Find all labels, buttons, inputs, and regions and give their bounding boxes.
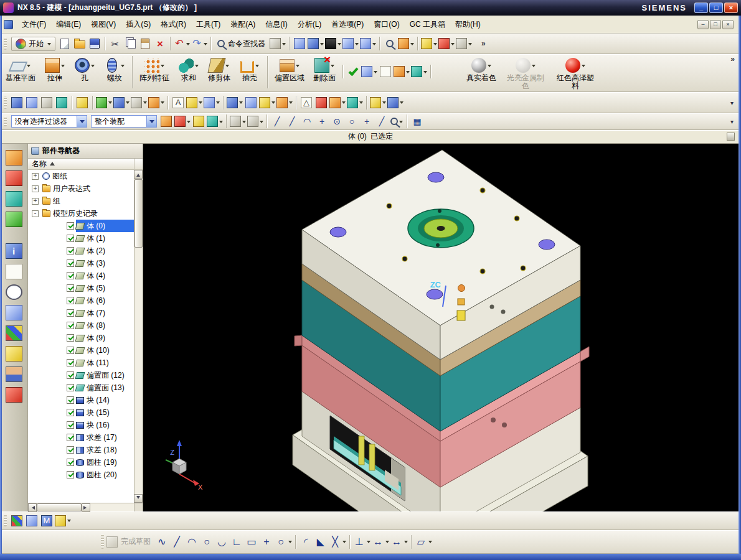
checkbox-icon[interactable]	[67, 446, 74, 454]
highlight-selection-button[interactable]	[206, 113, 224, 129]
scroll-up-button[interactable]	[134, 170, 143, 179]
tree-item[interactable]: 圆柱 (19)	[28, 456, 135, 469]
checkbox-icon[interactable]	[67, 322, 74, 329]
window-layout-button[interactable]	[292, 35, 307, 52]
format-button[interactable]	[410, 63, 428, 80]
chamfer-button[interactable]: ◣	[313, 534, 328, 550]
mdi-minimize-button[interactable]: –	[697, 20, 709, 29]
tree-item[interactable]: 体 (7)	[28, 307, 135, 319]
dropdown-arrow-icon[interactable]	[488, 65, 491, 69]
note-tag-marker[interactable]	[457, 310, 465, 320]
quick-trim-button[interactable]: ╳	[328, 534, 347, 550]
edit-object-display-button[interactable]	[9, 95, 24, 111]
tree-item[interactable]: 圆柱 (20)	[28, 469, 135, 481]
dropdown-arrow-icon[interactable]	[410, 43, 414, 47]
window-border-bottom[interactable]	[0, 554, 741, 560]
view-orientation-button[interactable]	[307, 35, 324, 52]
dropdown-arrow-icon[interactable]	[204, 43, 207, 47]
tree-item[interactable]: 体 (8)	[28, 319, 135, 332]
checkbox-icon[interactable]	[67, 247, 74, 254]
profile-button[interactable]: ∟	[229, 534, 244, 550]
dropdown-button[interactable]	[146, 116, 156, 127]
menu-item[interactable]: 视图(V)	[86, 16, 121, 33]
checkbox-icon[interactable]	[67, 284, 74, 292]
dropdown-arrow-icon[interactable]	[67, 520, 71, 524]
checkbox-icon[interactable]	[67, 409, 74, 416]
sketch-task-button[interactable]	[95, 95, 113, 111]
datum-plane-small-button[interactable]	[130, 95, 148, 111]
dropdown-arrow-icon[interactable]	[219, 121, 223, 125]
new-assembly-button[interactable]	[9, 513, 24, 529]
dropdown-arrow-icon[interactable]	[186, 43, 190, 47]
menu-item[interactable]: 首选项(P)	[326, 16, 369, 33]
menu-item[interactable]: 工具(T)	[191, 16, 225, 33]
snap-point-button[interactable]: +	[359, 113, 374, 129]
restore-button[interactable]: □	[709, 2, 723, 13]
sketch-button[interactable]	[113, 95, 130, 111]
dropdown-arrow-icon[interactable]	[296, 65, 300, 69]
triangle-tool-button[interactable]: △	[299, 95, 314, 111]
point-tool-button[interactable]	[148, 95, 165, 111]
checkbox-icon[interactable]	[67, 434, 74, 441]
locating-ring-boss[interactable]	[408, 209, 474, 248]
shaded-cube-button[interactable]	[229, 113, 247, 129]
arc-button[interactable]: ◠	[184, 534, 199, 550]
tree-item[interactable]: 块 (15)	[28, 406, 135, 419]
studio-spline-button[interactable]: ∿	[154, 534, 169, 550]
dropdown-arrow-icon[interactable]	[271, 101, 275, 106]
wireframe-cube-button[interactable]	[247, 113, 264, 129]
dropdown-arrow-icon[interactable]	[288, 541, 292, 545]
open-file-button[interactable]	[72, 35, 87, 52]
snap-center-button[interactable]: ⊙	[329, 113, 344, 129]
unite-button[interactable]: 求和	[174, 55, 204, 91]
line-button[interactable]: ╱	[169, 534, 184, 550]
snap-circle-button[interactable]: ○	[344, 113, 359, 129]
thread-button[interactable]: 螺纹	[100, 55, 130, 91]
delete-face-button[interactable]: 删除面	[309, 55, 340, 91]
redo-button[interactable]: ↷	[191, 35, 208, 52]
tree-item[interactable]: 块 (16)	[28, 419, 135, 431]
display-mode-button[interactable]	[387, 95, 404, 111]
dropdown-arrow-icon[interactable]	[260, 121, 263, 125]
dropdown-arrow-icon[interactable]	[47, 43, 51, 47]
save-button[interactable]	[87, 35, 102, 52]
point-button[interactable]: +	[259, 534, 274, 550]
trim-body-button[interactable]: 修剪体	[204, 55, 235, 91]
roles-button[interactable]	[5, 325, 23, 341]
face-analysis-button[interactable]	[346, 95, 364, 111]
checkbox-icon[interactable]	[67, 359, 74, 366]
scroll-down-button[interactable]	[134, 494, 143, 503]
dropdown-arrow-icon[interactable]	[532, 65, 536, 69]
selection-filter-dropdown[interactable]: 没有选择过滤器	[11, 115, 87, 128]
csys-display-button[interactable]	[329, 95, 346, 111]
menu-item[interactable]: GC 工具箱	[405, 16, 450, 33]
arc2-button[interactable]: ◡	[214, 534, 229, 550]
status-grip-icon[interactable]	[727, 133, 735, 141]
checkbox-icon[interactable]	[67, 347, 74, 354]
hd3d-tool-button[interactable]: i	[5, 243, 23, 259]
snap-arc-button[interactable]: ◠	[300, 113, 314, 129]
touch-collaboration-button[interactable]	[5, 366, 23, 382]
object-shade-button[interactable]	[369, 95, 387, 111]
tree-item[interactable]: +图纸	[28, 170, 135, 182]
tree-item[interactable]: 求差 (18)	[28, 444, 135, 456]
scrollbar-thumb[interactable]	[37, 503, 82, 511]
menu-item[interactable]: 插入(S)	[121, 16, 156, 33]
menu-item[interactable]: 编辑(E)	[51, 16, 86, 33]
move-object-button[interactable]	[54, 95, 69, 111]
ok-check-button[interactable]	[346, 63, 361, 80]
measure-distance-button[interactable]	[420, 35, 438, 52]
scrollbar-thumb[interactable]	[135, 179, 143, 248]
dropdown-arrow-icon[interactable]	[161, 65, 164, 69]
expander-icon[interactable]: +	[32, 173, 39, 180]
new-file-button[interactable]	[57, 35, 72, 52]
scroll-right-button[interactable]	[82, 503, 90, 512]
tree-item[interactable]: +组	[28, 195, 135, 207]
tree-item[interactable]: 偏置面 (12)	[28, 369, 135, 381]
tree-item[interactable]: 体 (3)	[28, 257, 135, 269]
ellipse-button[interactable]: ○	[274, 534, 293, 550]
menu-item[interactable]: 信息(I)	[260, 16, 292, 33]
menu-item[interactable]: 格式(R)	[156, 16, 191, 33]
toolbar-overflow-icon[interactable]	[481, 39, 486, 48]
dropdown-arrow-icon[interactable]	[187, 121, 191, 125]
